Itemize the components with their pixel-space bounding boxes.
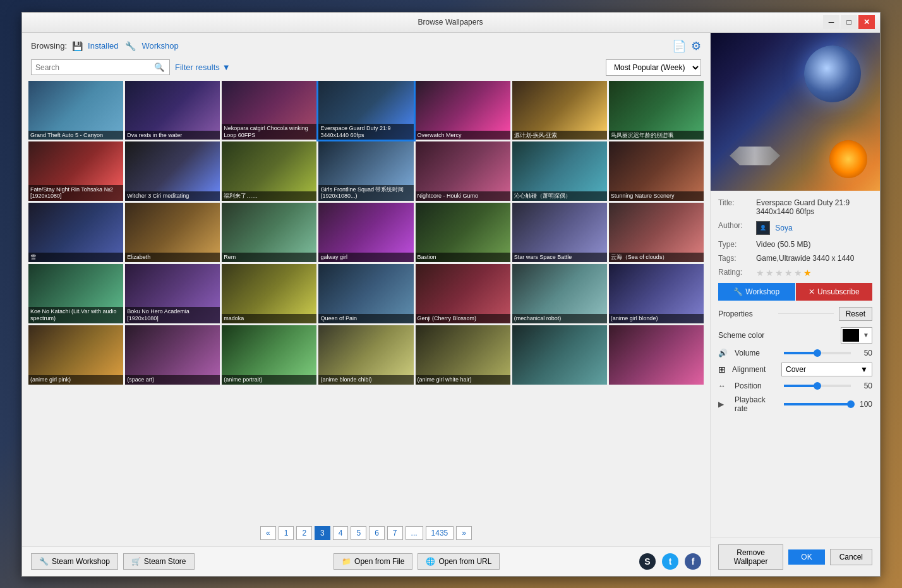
thumbnail-label-28: (anime girl pink) [28, 375, 123, 385]
thumbnail-18[interactable]: Bastion [416, 203, 510, 262]
cancel-button[interactable]: Cancel [830, 549, 872, 565]
thumbnail-15[interactable]: Elizabeth [125, 203, 220, 262]
preview-image [711, 33, 880, 191]
thumbnail-26[interactable]: (mechanical robot) [512, 264, 607, 323]
maximize-button[interactable]: □ [841, 15, 857, 29]
steam-store-label: Steam Store [144, 557, 186, 566]
pagination-page-6[interactable]: 6 [369, 526, 385, 540]
thumbnail-32[interactable]: (anime girl white hair) [416, 325, 510, 385]
thumbnail-16[interactable]: Rem [222, 203, 316, 262]
star-4[interactable]: ★ [785, 268, 793, 278]
thumbnail-0[interactable]: Grand Theft Auto 5 - Canyon [28, 81, 123, 140]
thumbnail-label-22: Boku No Hero Academia [1920x1080] [125, 307, 220, 323]
steam-social-icon[interactable]: S [639, 553, 656, 570]
pagination-page-7[interactable]: 7 [387, 526, 403, 540]
thumbnail-27[interactable]: (anime girl blonde) [609, 264, 704, 323]
thumbnail-23[interactable]: madoka [222, 264, 316, 323]
pagination-page-3[interactable]: 3 [315, 526, 330, 540]
pagination-page-2[interactable]: 2 [296, 526, 312, 540]
steam-workshop-icon: 🔧 [39, 557, 49, 566]
workshop-button[interactable]: 🔧 Workshop [718, 283, 795, 301]
thumbnail-22[interactable]: Boku No Hero Academia [1920x1080] [125, 264, 220, 323]
alignment-dropdown[interactable]: Cover ▼ [781, 363, 872, 376]
thumbnail-25[interactable]: Genji (Cherry Blossom) [416, 264, 510, 323]
thumbnail-31[interactable]: (anime blonde chibi) [318, 325, 413, 385]
volume-thumb[interactable] [814, 349, 821, 357]
steam-workshop-button[interactable]: 🔧 Steam Workshop [31, 553, 118, 570]
thumbnail-5[interactable]: 源计划-疾风·亚索 [512, 81, 607, 140]
pagination-page-1435[interactable]: 1435 [426, 526, 454, 540]
thumbnail-20[interactable]: 云海（Sea of clouds） [609, 203, 704, 262]
pagination-page-5[interactable]: 5 [351, 526, 366, 540]
thumbnail-13[interactable]: Stunning Nature Scenery [609, 141, 704, 201]
remove-wallpaper-button[interactable]: Remove Wallpaper [718, 544, 783, 570]
thumbnail-30[interactable]: (anime portrait) [222, 325, 316, 385]
pagination-next[interactable]: » [456, 526, 472, 540]
playback-thumb[interactable] [847, 400, 855, 408]
thumbnail-33[interactable] [512, 325, 607, 385]
steam-workshop-label: Steam Workshop [52, 557, 110, 566]
footer-left: 🔧 Steam Workshop 🛒 Steam Store [31, 553, 195, 570]
browse-header: Browsing: 💾 Installed 🔧 Workshop 📄 ⚙ [22, 33, 710, 57]
thumbnail-29[interactable]: (space art) [125, 325, 220, 385]
thumbnail-21[interactable]: Koe No Katachi (Lit.Var with audio spect… [28, 264, 123, 323]
thumbnail-8[interactable]: Witcher 3 Ciri meditating [125, 141, 220, 201]
search-box[interactable]: 🔍 [31, 59, 170, 75]
star-3[interactable]: ★ [775, 268, 783, 278]
pagination-page-4[interactable]: 4 [333, 526, 349, 540]
thumbnail-4[interactable]: Overwatch Mercy [416, 81, 510, 140]
star-5[interactable]: ★ [794, 268, 802, 278]
thumbnail-label-31: (anime blonde chibi) [318, 375, 413, 385]
thumbnail-1[interactable]: Dva rests in the water [125, 81, 220, 140]
workshop-tab[interactable]: Workshop [142, 41, 179, 51]
thumbnail-11[interactable]: Nightcore - Houki Gumo [416, 141, 510, 201]
search-input[interactable] [32, 61, 152, 75]
minimize-button[interactable]: ─ [823, 15, 839, 29]
thumbnail-6[interactable]: 鸟凤丽沉迟年龄的别进哦 [609, 81, 704, 140]
close-button[interactable]: ✕ [858, 15, 875, 29]
thumbnail-24[interactable]: Queen of Pain [318, 264, 413, 323]
playback-slider[interactable] [784, 403, 851, 405]
position-thumb[interactable] [814, 382, 821, 390]
steam-store-button[interactable]: 🛒 Steam Store [123, 553, 195, 570]
pagination-page-...[interactable]: ... [406, 526, 423, 540]
thumbnail-10[interactable]: Girls Frontline Squad 带系统时间 (1920x1080..… [318, 141, 413, 201]
volume-slider[interactable] [784, 352, 851, 354]
reset-button[interactable]: Reset [839, 307, 872, 321]
thumbnail-3[interactable]: Everspace Guard Duty 21:9 3440x1440 60fp… [318, 81, 413, 140]
ok-button[interactable]: OK [788, 549, 824, 565]
thumbnail-19[interactable]: Star wars Space Battle [512, 203, 607, 262]
star-1[interactable]: ★ [756, 268, 764, 278]
thumbnail-17[interactable]: galway girl [318, 203, 413, 262]
open-url-button[interactable]: 🌐 Open from URL [418, 553, 500, 570]
thumbnail-label-24: Queen of Pain [318, 314, 413, 323]
star-6[interactable]: ★ [803, 268, 812, 278]
unsubscribe-button[interactable]: ✕ Unsubscribe [796, 283, 873, 301]
thumbnail-28[interactable]: (anime girl pink) [28, 325, 123, 385]
thumbnail-14[interactable]: 雪 [28, 203, 123, 262]
star-2[interactable]: ★ [766, 268, 774, 278]
tags-value: Game,Ultrawide 3440 x 1440 [756, 254, 872, 263]
grid-container: Grand Theft Auto 5 - CanyonDva rests in … [22, 81, 710, 546]
color-dropdown[interactable]: ▼ [841, 327, 872, 344]
thumbnail-2[interactable]: Nekopara catgirl Chocola winking Loop 60… [222, 81, 316, 140]
wallpaper-grid: Grand Theft Auto 5 - CanyonDva rests in … [22, 81, 710, 520]
thumbnail-12[interactable]: 沁心触碰（萧明探偶） [512, 141, 607, 201]
pagination-prev[interactable]: « [260, 526, 276, 540]
pagination-page-1[interactable]: 1 [279, 526, 294, 540]
search-button[interactable]: 🔍 [152, 60, 167, 75]
facebook-icon[interactable]: f [685, 553, 701, 570]
star-row: ★ ★ ★ ★ ★ ★ [756, 268, 872, 278]
thumbnail-7[interactable]: Fate/Stay Night Rin Tohsaka №2 [1920x108… [28, 141, 123, 201]
open-file-button[interactable]: 📁 Open from File [334, 553, 412, 570]
thumbnail-9[interactable]: 福利来了…… [222, 141, 316, 201]
thumbnail-34[interactable] [609, 325, 704, 385]
twitter-icon[interactable]: t [662, 553, 678, 570]
sort-select[interactable]: Most Popular (Week) Most Recent Trending… [606, 59, 701, 76]
new-doc-icon[interactable]: 📄 [672, 39, 686, 53]
installed-tab[interactable]: Installed [88, 41, 118, 51]
filter-button[interactable]: Filter results ▼ [175, 63, 231, 72]
position-slider[interactable] [784, 385, 851, 387]
author-link[interactable]: Soya [775, 224, 792, 232]
settings-icon[interactable]: ⚙ [691, 39, 701, 53]
